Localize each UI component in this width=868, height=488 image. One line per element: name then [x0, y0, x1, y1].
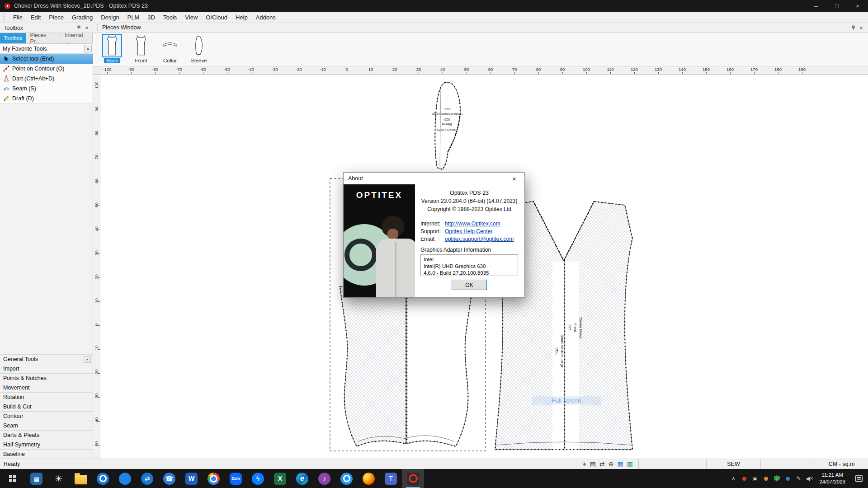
status-units[interactable]: CM - sq.m [815, 459, 868, 469]
toolbox-category-points-notches[interactable]: Points & Notches [0, 373, 93, 383]
tool-draft-d[interactable]: Draft (D) [0, 94, 93, 103]
sleeve-label-vol: VOL [443, 107, 450, 111]
status-zoom-icon[interactable]: ⊕ [609, 461, 614, 467]
scroll-up-button[interactable]: ▲ [84, 45, 92, 52]
toolbox-category-half-symmetry[interactable]: Half Symmetry [0, 440, 93, 449]
tray-security-shield-icon[interactable]: ✓ [771, 469, 782, 488]
front-label-style: Choker Dress [579, 317, 583, 339]
category-dropdown-icon[interactable]: ▼ [84, 356, 91, 363]
menu-3d[interactable]: 3D [143, 12, 159, 23]
menu-file[interactable]: File [9, 12, 27, 23]
menu-piece[interactable]: Piece [45, 12, 68, 23]
pieces-window-grip[interactable] [97, 24, 99, 31]
minimize-button[interactable]: ─ [806, 0, 826, 12]
toolbox-category-darts-pleats[interactable]: Darts & Pleats [0, 430, 93, 440]
tray-display-icon[interactable]: ▣ [750, 469, 760, 488]
taskbar-skype-icon[interactable] [92, 469, 114, 488]
email-link[interactable]: optitex.support@optitex.com [445, 236, 514, 242]
taskbar-chrome-icon[interactable] [203, 469, 225, 488]
action-center-icon[interactable] [850, 469, 868, 488]
tray-pen-icon[interactable]: ✎ [793, 469, 804, 488]
pieces-window-close-icon[interactable]: × [857, 23, 865, 32]
taskbar-messenger-icon[interactable]: ϟ [247, 469, 269, 488]
taskbar-phone-icon[interactable]: ☎ [158, 469, 180, 488]
toolbox-category-contour[interactable]: Contour [0, 411, 93, 421]
status-pointer-coordinates-icon[interactable]: ⌖ [583, 461, 586, 467]
taskbar-teams-icon[interactable]: T [380, 469, 402, 488]
taskbar-browser-icon[interactable] [335, 469, 358, 488]
word-glyph: W [185, 473, 198, 485]
hidden-icons-chevron-icon[interactable]: ∧ [728, 469, 739, 488]
start-button[interactable] [0, 469, 25, 488]
piece-thumbnail-front[interactable]: Front [127, 33, 156, 63]
support-link[interactable]: Optitex Help Center [445, 228, 492, 235]
tool-select-tool-end[interactable]: Select tool (End) [0, 54, 93, 64]
piece-sleeve[interactable]: VOL Small,Medium,Large 025 Sleeve Choker… [432, 83, 463, 169]
pieces-window-pin-icon[interactable] [849, 23, 857, 32]
toolbox-empty-area [0, 104, 93, 354]
toolbox-category-import[interactable]: Import [0, 364, 93, 373]
menu-o-cloud[interactable]: O/Cloud [202, 12, 231, 23]
menu-view[interactable]: View [181, 12, 202, 23]
toolbox-tab-toolbox[interactable]: Toolbox [0, 33, 26, 43]
tool-dart-ctrl-alt-d[interactable]: Dart (Ctrl+Alt+D) [0, 74, 93, 84]
toolbox-pin-icon[interactable] [75, 24, 83, 32]
about-close-icon[interactable]: × [504, 173, 524, 184]
tray-app-blue-icon[interactable] [782, 469, 793, 488]
internet-link[interactable]: http://www.Optitex.com [445, 221, 500, 227]
taskbar-mail-sync-icon[interactable]: ⇄ [136, 469, 158, 488]
sleeve-label-sizes: Small,Medium,Large [432, 112, 463, 116]
front-label-vol: VOL [555, 347, 559, 355]
menu-plm[interactable]: PLM [123, 12, 144, 23]
optitex-app-icon[interactable] [4, 3, 11, 9]
taskbar-excel-icon[interactable]: X [269, 469, 291, 488]
toolbox-category-rotation[interactable]: Rotation [0, 392, 93, 402]
toolbox-category-baseline[interactable]: Baseline [0, 449, 93, 459]
maximize-button[interactable]: □ [826, 0, 847, 12]
status-pan-arrows-icon[interactable]: ⇄ [599, 461, 605, 467]
piece-thumbnail-back[interactable]: Back [98, 33, 127, 63]
taskbar-zalo-icon[interactable]: Zalo [225, 469, 247, 488]
toolbox-category-seam[interactable]: Seam [0, 421, 93, 430]
status-grid-table-blue-icon[interactable]: ▦ [618, 461, 623, 467]
taskbar-messenger-blue-icon[interactable] [114, 469, 136, 488]
taskbar-clock[interactable]: 11:21 AM 24/07/2023 [815, 469, 850, 488]
taskbar-firefox-icon[interactable] [358, 469, 380, 488]
taskbar-task-view-icon[interactable]: ▦ [25, 469, 47, 488]
toolbox-tab-internal[interactable]: Internal ... [61, 33, 93, 43]
taskbar-file-explorer-icon[interactable] [70, 469, 92, 488]
toolbox-category-build-cut[interactable]: Build & Cut [0, 402, 93, 411]
tool-seam-s[interactable]: Seam (S) [0, 84, 93, 94]
taskbar-edge-icon[interactable]: e [291, 469, 313, 488]
menu-edit[interactable]: Edit [27, 12, 45, 23]
menu-design[interactable]: Design [97, 12, 123, 23]
taskbar-music-icon[interactable]: ♪ [313, 469, 335, 488]
close-button[interactable]: × [847, 0, 868, 12]
taskbar-settings-sun-icon[interactable]: ☀ [47, 469, 70, 488]
volume-muted-icon[interactable]: ◀× [804, 469, 815, 488]
toolbox-tab-pieces-pr[interactable]: Pieces Pr... [26, 33, 61, 43]
status-sew-mode[interactable]: SEW [706, 459, 760, 469]
status-layers-icon[interactable]: ▤ [590, 461, 596, 467]
menu-drag-grip[interactable] [4, 14, 6, 21]
toolbox-category-movement[interactable]: Movement [0, 383, 93, 392]
menu-help[interactable]: Help [231, 12, 252, 23]
piece-thumbnail-sleeve[interactable]: Sleeve [184, 33, 213, 63]
taskbar-date: 24/07/2023 [819, 479, 845, 485]
toolbox-close-icon[interactable]: × [83, 24, 91, 32]
piece-back-right[interactable] [407, 286, 472, 446]
toolbox-category-general-tools[interactable]: General Tools▼ [0, 354, 93, 364]
tray-app-orange-icon[interactable] [760, 469, 771, 488]
tool-point-on-contour-o[interactable]: Point on Contour (O) [0, 64, 93, 74]
tray-app-red-icon[interactable] [739, 469, 750, 488]
status-grid-table-green-icon[interactable]: ▥ [627, 461, 633, 467]
menu-addons[interactable]: Addons [252, 12, 280, 23]
piece-thumbnail-collar[interactable]: Collar [156, 33, 184, 63]
ok-button[interactable]: OK [452, 280, 487, 290]
piece-back-left[interactable] [340, 286, 406, 446]
taskbar-word-icon[interactable]: W [180, 469, 203, 488]
about-dialog-titlebar[interactable]: About × [344, 173, 524, 184]
menu-tools[interactable]: Tools [159, 12, 181, 23]
taskbar-optitex-icon[interactable] [402, 469, 424, 488]
menu-grading[interactable]: Grading [68, 12, 97, 23]
